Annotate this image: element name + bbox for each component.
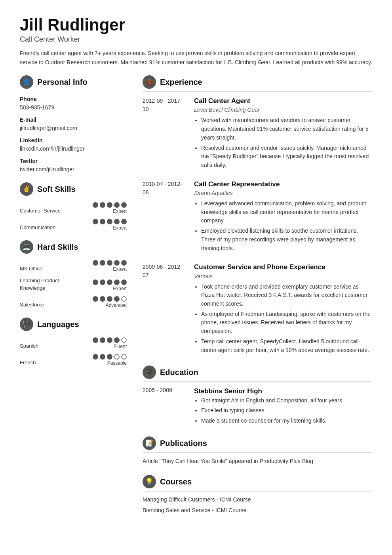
publication-item: Article "They Can Hear You Smile" appear… bbox=[143, 457, 372, 465]
skill-item: Communication Expert bbox=[20, 219, 127, 232]
bullet-item: Got straight A's in English and Composit… bbox=[201, 396, 372, 405]
skill-dots bbox=[93, 354, 127, 360]
courses-header: 💡 Courses bbox=[143, 475, 372, 492]
soft-skills-list: Customer Service Expert Communication Ex… bbox=[20, 202, 127, 232]
course-item: Managing Difficult Customers - ICMI Cour… bbox=[143, 496, 372, 504]
exp-job-title: Customer Service and Phone Experience bbox=[194, 262, 372, 272]
skill-dots bbox=[93, 296, 127, 302]
dot-filled bbox=[93, 279, 98, 285]
education-list: 2005 - 2009 Stebbins Senior High Got str… bbox=[143, 386, 372, 427]
dot-filled bbox=[121, 202, 127, 208]
experience-item: 2009-06 - 2012-07 Customer Service and P… bbox=[143, 262, 372, 356]
hard-skills-section: 💻 Hard Skills MS Office Expert Learning … bbox=[20, 240, 127, 309]
dot-filled bbox=[93, 202, 98, 208]
soft-skills-icon: ✌ bbox=[20, 182, 33, 196]
languages-icon: 🏴 bbox=[20, 318, 33, 331]
exp-dates: 2010-07 - 2012-08 bbox=[143, 179, 186, 255]
dot-filled bbox=[100, 337, 105, 343]
dot-filled bbox=[107, 260, 112, 266]
skill-name: Learning Product Knowledge bbox=[20, 277, 71, 292]
hard-skills-list: MS Office Expert Learning Product Knowle… bbox=[20, 260, 127, 309]
languages-section: 🏴 Languages Spanish Fluent French Passab… bbox=[20, 318, 127, 367]
personal-info-header: 👤 Personal Info bbox=[20, 75, 127, 91]
skill-item: Spanish Fluent bbox=[20, 337, 127, 350]
personal-info-field: E-mailjillrudlinger@gmail.com bbox=[20, 116, 127, 132]
languages-header: 🏴 Languages bbox=[20, 318, 127, 333]
main-layout: 👤 Personal Info Phone503-935-1679E-mailj… bbox=[20, 75, 372, 524]
education-item: 2005 - 2009 Stebbins Senior High Got str… bbox=[143, 386, 372, 427]
courses-section: 💡 Courses Managing Difficult Customers -… bbox=[143, 475, 372, 515]
hard-skills-title: Hard Skills bbox=[37, 241, 78, 253]
courses-title: Courses bbox=[160, 476, 192, 488]
personal-info-field: Phone503-935-1679 bbox=[20, 95, 127, 112]
dot-filled bbox=[114, 219, 120, 224]
course-item: Blending Sales and Service - ICMI Course bbox=[143, 506, 372, 515]
soft-skills-header: ✌ Soft Skills bbox=[20, 182, 127, 198]
courses-icon: 💡 bbox=[143, 475, 156, 488]
dot-filled bbox=[114, 337, 120, 343]
dot-filled bbox=[121, 219, 127, 224]
courses-list: Managing Difficult Customers - ICMI Cour… bbox=[143, 496, 372, 515]
skill-name: Spanish bbox=[20, 342, 71, 350]
dot-filled bbox=[114, 260, 120, 266]
dot-filled bbox=[121, 279, 127, 285]
skill-item: Customer Service Expert bbox=[20, 202, 127, 215]
skill-level: Expert bbox=[113, 266, 127, 273]
bullet-item: Worked with manufacturers and vendors to… bbox=[201, 116, 372, 142]
bullet-item: Made a student co-counselor for my liste… bbox=[201, 417, 372, 425]
skill-item: MS Office Expert bbox=[20, 260, 127, 273]
education-title: Education bbox=[160, 366, 198, 378]
skill-level: Expert bbox=[113, 208, 127, 215]
candidate-name: Jill Rudlinger bbox=[20, 16, 372, 34]
experience-list: 2012-09 - 2017-10 Call Center Agent Leve… bbox=[143, 96, 372, 356]
hard-skills-header: 💻 Hard Skills bbox=[20, 240, 127, 256]
dot-filled bbox=[107, 202, 112, 208]
edu-bullets: Got straight A's in English and Composit… bbox=[194, 396, 372, 425]
soft-skills-section: ✌ Soft Skills Customer Service Expert Co… bbox=[20, 182, 127, 232]
experience-item: 2012-09 - 2017-10 Call Center Agent Leve… bbox=[143, 96, 372, 171]
bullet-item: Excelled in typing classes. bbox=[201, 406, 372, 415]
personal-info-field: Twittertwitter.com/jillrudlinger bbox=[20, 157, 127, 174]
dot-filled bbox=[93, 296, 98, 302]
hard-skills-icon: 💻 bbox=[20, 240, 33, 254]
experience-icon: 💼 bbox=[143, 75, 156, 89]
edu-content: Stebbins Senior High Got straight A's in… bbox=[194, 386, 372, 427]
dot-filled bbox=[114, 202, 120, 208]
candidate-title: Call Center Worker bbox=[20, 34, 372, 45]
skill-dots bbox=[93, 337, 127, 343]
exp-content: Call Center Representative Sirano Aquati… bbox=[194, 179, 372, 255]
dot-filled bbox=[100, 219, 105, 224]
skill-level: Advanced bbox=[106, 302, 127, 309]
exp-content: Call Center Agent Level Bevel Climbing G… bbox=[194, 96, 372, 171]
dot-filled bbox=[107, 337, 112, 343]
dot-filled bbox=[114, 279, 120, 285]
skill-name: French bbox=[20, 359, 71, 367]
bullet-item: As employee of Friedman Landscaping, spo… bbox=[201, 310, 372, 336]
skill-dots bbox=[93, 260, 127, 266]
skill-level: Expert bbox=[113, 285, 127, 292]
exp-company: Level Bevel Climbing Gear bbox=[194, 106, 372, 114]
dot-filled bbox=[107, 354, 112, 360]
personal-info-title: Personal Info bbox=[37, 76, 88, 88]
right-column: 💼 Experience 2012-09 - 2017-10 Call Cent… bbox=[143, 75, 372, 524]
publications-header: 📝 Publications bbox=[143, 436, 372, 453]
edu-school: Stebbins Senior High bbox=[194, 386, 372, 396]
skill-dots bbox=[93, 202, 127, 208]
dot-filled bbox=[100, 296, 105, 302]
skill-level: Fluent bbox=[114, 343, 127, 350]
education-header: 🎓 Education bbox=[143, 366, 372, 382]
experience-section: 💼 Experience 2012-09 - 2017-10 Call Cent… bbox=[143, 75, 372, 356]
dot-filled bbox=[107, 219, 112, 224]
skill-dots bbox=[93, 219, 127, 224]
languages-list: Spanish Fluent French Passable bbox=[20, 337, 127, 367]
exp-job-title: Call Center Representative bbox=[194, 179, 372, 189]
dot-empty bbox=[114, 354, 120, 360]
dot-filled bbox=[114, 296, 120, 302]
dot-filled bbox=[100, 202, 105, 208]
dot-empty bbox=[121, 296, 127, 302]
dot-filled bbox=[93, 354, 98, 360]
experience-item: 2010-07 - 2012-08 Call Center Representa… bbox=[143, 179, 372, 255]
education-section: 🎓 Education 2005 - 2009 Stebbins Senior … bbox=[143, 366, 372, 427]
exp-dates: 2009-06 - 2012-07 bbox=[143, 262, 186, 356]
education-icon: 🎓 bbox=[143, 366, 156, 379]
